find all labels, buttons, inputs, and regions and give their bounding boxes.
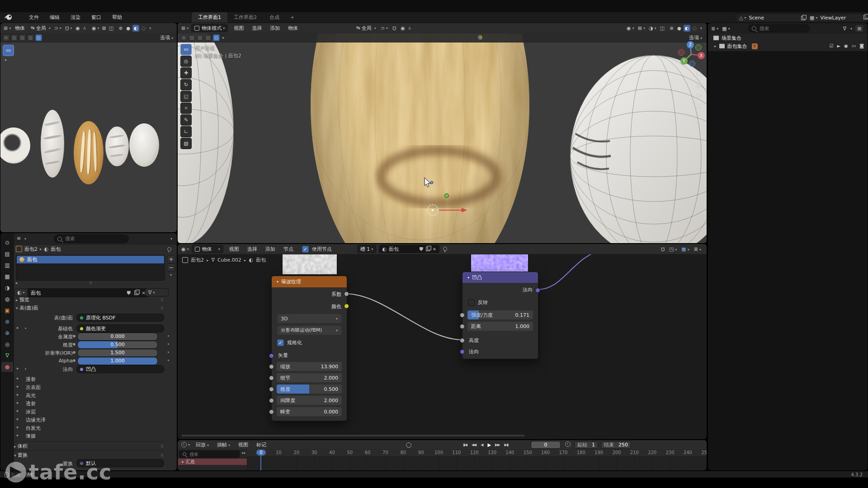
snap-target-icon[interactable]: ⊃: [381, 26, 385, 31]
outliner-search-input[interactable]: [759, 25, 806, 32]
select-mode-2[interactable]: ▢: [197, 34, 203, 41]
noise-param-2[interactable]: 糙度0.500: [277, 385, 342, 394]
socket-param-in[interactable]: [269, 409, 274, 414]
panel-surface[interactable]: ▾ 表(曲)面⠿: [16, 305, 164, 311]
material-slot-row[interactable]: 面包: [17, 256, 164, 263]
node-menu-1[interactable]: 选择: [243, 246, 261, 253]
visibility-dropdown-icon[interactable]: ◉: [627, 26, 631, 31]
scene-name[interactable]: Scene: [749, 15, 764, 21]
surface-collapsed-1[interactable]: 次表面: [26, 384, 41, 391]
playback-next-key[interactable]: ▶▶: [493, 443, 501, 447]
properties-tab-scene[interactable]: ◑: [1, 283, 13, 293]
shading-wireframe-icon[interactable]: ⊕: [117, 25, 124, 32]
toolbar-scale[interactable]: ◱: [180, 91, 192, 102]
shader-type-dropdown[interactable]: 物体▾: [192, 245, 223, 253]
zoom-icon[interactable]: [694, 69, 704, 79]
socket-param-in[interactable]: [460, 324, 465, 329]
bread-round-white[interactable]: [129, 123, 159, 167]
xray-icon[interactable]: ◫: [109, 26, 113, 31]
eye-icon[interactable]: ◉: [844, 44, 848, 48]
surface-collapsed-6[interactable]: 自发光: [26, 425, 41, 432]
surface-collapsed-4[interactable]: 涂层: [26, 408, 36, 415]
toolbar-cursor[interactable]: ◎: [180, 56, 192, 67]
current-frame-line[interactable]: [260, 455, 261, 470]
socket-param-in[interactable]: [269, 398, 274, 403]
bread-golden[interactable]: [74, 121, 104, 184]
properties-tab-modifiers[interactable]: ⊛: [1, 317, 13, 327]
surface-row-field-6[interactable]: 凹凸: [76, 365, 164, 373]
proportional-edit-icon[interactable]: ◉: [401, 26, 405, 31]
playback-prev-key[interactable]: ◀◀: [470, 443, 478, 447]
duplicate-material-icon[interactable]: [134, 291, 138, 295]
pan-hand-icon[interactable]: [694, 80, 704, 90]
display-mode-icon[interactable]: ▦: [722, 26, 726, 31]
frame-start-field[interactable]: 起始1: [574, 441, 598, 449]
socket-factor-out[interactable]: [344, 291, 349, 296]
checkbox-icon[interactable]: ☑: [829, 44, 833, 48]
noise-texture-node[interactable]: ▾噪波纹理 系数 颜色 3D▾ 分形布朗运动(fBM)▾ ✓ 规格化 矢量 缩放…: [271, 276, 347, 421]
node-header[interactable]: ▾凹凸: [462, 272, 538, 283]
properties-tab-view-layer[interactable]: ▦: [1, 272, 13, 282]
noise-type-dropdown[interactable]: 分形布朗运动(fBM)▾: [277, 326, 341, 335]
surface-row-slider-2[interactable]: 0.000: [77, 333, 158, 341]
invert-row[interactable]: 反转: [468, 299, 488, 306]
node-menu-0[interactable]: 视图: [225, 246, 243, 253]
scene-collection-row[interactable]: 场景集合: [708, 34, 868, 42]
left-viewport-options[interactable]: 选项▾: [160, 34, 173, 41]
add-workspace-button[interactable]: +: [286, 14, 299, 20]
toolbar-expand-icon[interactable]: ▸: [5, 57, 7, 62]
playback-jump-end[interactable]: ▶▮: [502, 443, 510, 447]
material-specials-button[interactable]: ∇▾: [145, 288, 169, 296]
navigation-gizmo[interactable]: Z X Y: [675, 38, 707, 71]
surface-row-slider-4[interactable]: 1.500: [77, 349, 158, 357]
properties-search[interactable]: [54, 235, 129, 243]
timeline-menu-3[interactable]: 标记: [252, 441, 270, 448]
view-layer-selector[interactable]: ▦▾ ViewLayer: [807, 14, 868, 22]
dimensions-dropdown[interactable]: 3D▾: [277, 314, 341, 323]
socket-param-in[interactable]: [269, 364, 274, 369]
socket-param-in[interactable]: [269, 387, 274, 392]
normalize-checkbox[interactable]: ✓: [277, 339, 284, 346]
playback-play[interactable]: ▶: [486, 442, 492, 447]
timeline-menu-0[interactable]: 回放▾: [192, 441, 213, 448]
bread-donut[interactable]: [0, 127, 30, 164]
properties-tab-constraints[interactable]: ◎: [1, 339, 13, 349]
bump-param-0[interactable]: 强度/力度0.171: [467, 310, 533, 319]
workspace-tab-2[interactable]: 合成: [263, 12, 286, 23]
properties-tab-world[interactable]: ◍: [1, 294, 13, 304]
shading-material-icon[interactable]: ◐: [684, 25, 690, 32]
editor-type-icon[interactable]: ≣: [711, 26, 715, 31]
surface-collapsed-2[interactable]: 高光: [26, 392, 36, 399]
material-name-field[interactable]: 面包 ✕: [28, 288, 149, 297]
animate-dot[interactable]: [168, 360, 169, 361]
socket-param-in[interactable]: [269, 375, 274, 380]
topbar-menu-1[interactable]: 编辑: [44, 14, 65, 21]
summary-channel-row[interactable]: ▾汇总: [178, 459, 247, 465]
topbar-menu-4[interactable]: 帮助: [107, 14, 127, 21]
surface-collapsed-5[interactable]: 边缘光泽: [26, 417, 46, 423]
toolbar-annotate[interactable]: ✎: [180, 114, 192, 126]
socket-color-out[interactable]: [344, 304, 349, 309]
view-layer-name[interactable]: ViewLayer: [820, 15, 846, 21]
select-mode-0[interactable]: ◇: [3, 34, 9, 41]
duplicate-material-icon[interactable]: [426, 247, 430, 251]
overlays-icon[interactable]: ◑: [649, 26, 653, 31]
surface-row-slider-5[interactable]: 1.000: [77, 357, 158, 365]
toolbar-select-box[interactable]: ▭: [180, 44, 192, 55]
fake-user-icon[interactable]: [127, 291, 131, 295]
orientation-dropdown[interactable]: 全局: [360, 25, 373, 32]
normalize-row[interactable]: ✓ 规格化: [277, 339, 302, 346]
pin-icon[interactable]: [167, 247, 171, 253]
expand-icon[interactable]: ▸: [17, 392, 19, 397]
shading-wireframe-icon[interactable]: ⊕: [668, 25, 675, 32]
panel-volume[interactable]: ▸ 体积⠿: [14, 441, 164, 450]
overlays-icon[interactable]: ⊠: [102, 26, 106, 31]
topbar-menu-0[interactable]: 文件: [24, 14, 44, 21]
expand-icon[interactable]: ▸: [17, 408, 19, 413]
shading-rendered-icon[interactable]: ◌: [691, 25, 698, 32]
noise-param-1[interactable]: 细节2.000: [277, 373, 342, 382]
shading-rendered-icon[interactable]: ◌: [140, 25, 147, 32]
remove-slot-button[interactable]: −: [167, 263, 175, 272]
magnet-icon[interactable]: Ω: [392, 26, 396, 31]
properties-tab-output[interactable]: ▥: [1, 260, 13, 270]
